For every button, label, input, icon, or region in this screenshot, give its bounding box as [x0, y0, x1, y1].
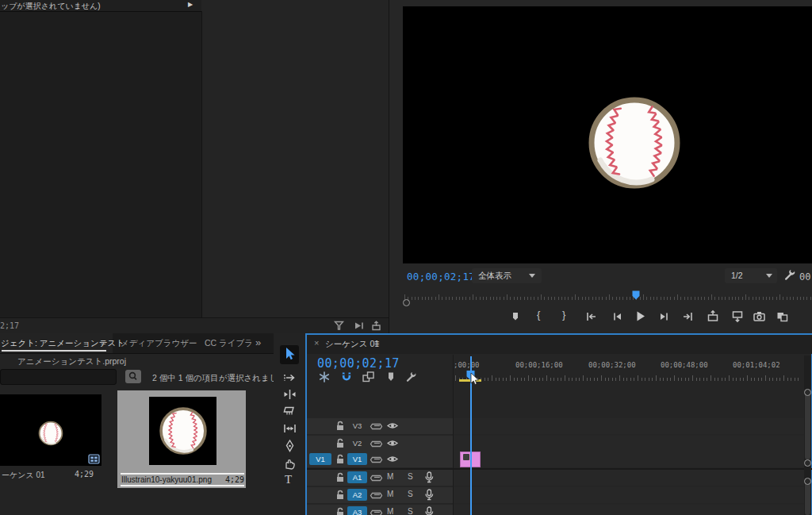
ruler-tick — [507, 294, 508, 300]
monitor-settings-wrench-icon[interactable] — [783, 269, 796, 282]
solo-button[interactable]: S — [408, 472, 413, 481]
sequence-item-label[interactable]: ーケンス 01 — [2, 470, 45, 481]
play-in-to-out-icon[interactable] — [354, 321, 365, 331]
ruler-tick — [735, 297, 736, 300]
play-icon[interactable] — [634, 310, 646, 322]
mark-in-icon[interactable]: { — [537, 309, 540, 321]
mark-out-icon[interactable]: } — [562, 309, 565, 321]
scrollbar-thumb-audio[interactable] — [805, 481, 810, 515]
scrollbar-thumb-video[interactable] — [805, 392, 810, 459]
track-lane[interactable] — [454, 418, 804, 434]
add-marker-icon[interactable] — [385, 371, 396, 382]
go-to-out-icon[interactable] — [682, 311, 694, 322]
solo-button[interactable]: S — [408, 490, 413, 498]
pen-tool[interactable] — [284, 440, 296, 452]
go-to-in-icon[interactable] — [585, 311, 597, 322]
comparison-view-icon[interactable] — [776, 311, 788, 322]
sync-lock-icon[interactable] — [370, 507, 383, 515]
scrollbar-handle[interactable] — [804, 478, 811, 485]
scrollbar-handle[interactable] — [804, 459, 811, 467]
timeline-vertical-scrollbar[interactable] — [804, 356, 811, 515]
project-item-sequence[interactable]: ーケンス 01 4;29 — [0, 389, 111, 504]
razor-tool[interactable] — [283, 405, 296, 417]
expand-arrow-icon[interactable]: ▶ — [188, 1, 193, 8]
hand-tool[interactable] — [284, 457, 296, 470]
add-marker-icon[interactable] — [510, 311, 521, 322]
monitor-mini-ruler[interactable] — [403, 291, 812, 301]
tab-media-browser[interactable]: メディアブラウザー — [121, 338, 197, 349]
sync-lock-icon[interactable] — [370, 490, 383, 502]
search-input[interactable] — [0, 369, 117, 385]
track-lock-icon[interactable] — [335, 454, 348, 467]
panel-menu-icon[interactable]: ≡ — [101, 337, 105, 347]
sync-lock-icon[interactable] — [370, 438, 383, 451]
ripple-edit-tool[interactable] — [283, 389, 297, 400]
export-frame-icon[interactable] — [753, 311, 765, 321]
track-button-v3[interactable]: V3 — [347, 420, 367, 432]
monitor-playhead[interactable] — [631, 290, 641, 301]
fit-dropdown[interactable]: 全体表示 — [472, 268, 542, 283]
snap-magnet-icon[interactable] — [341, 371, 352, 382]
settings-wrench-icon[interactable] — [405, 371, 417, 383]
nest-icon[interactable] — [319, 371, 330, 382]
track-lock-icon[interactable] — [335, 507, 348, 515]
track-lock-icon[interactable] — [335, 421, 348, 433]
track-button-a2[interactable]: A2 — [347, 489, 367, 501]
track-lane[interactable] — [454, 505, 804, 515]
track-button-a1[interactable]: A1 — [347, 471, 367, 483]
export-icon[interactable] — [371, 321, 381, 331]
timeline-ruler[interactable]: ;00;0000;00;16;0000;00;32;0000;00;48;000… — [454, 355, 802, 381]
extract-icon[interactable] — [731, 310, 744, 322]
sync-lock-icon[interactable] — [370, 454, 383, 467]
track-lane[interactable] — [454, 452, 804, 467]
project-item-png[interactable]: Illustrain10-yakyuu01.png 4;29 — [117, 390, 246, 488]
track-lane[interactable] — [454, 470, 804, 486]
mute-button[interactable]: M — [387, 507, 393, 515]
type-tool[interactable]: T — [285, 473, 292, 486]
sync-lock-icon[interactable] — [370, 421, 383, 433]
timeline-tab-label[interactable]: シーケンス 01 — [325, 339, 379, 350]
step-forward-icon[interactable] — [659, 311, 670, 322]
track-button-v1[interactable]: V1 — [347, 453, 367, 465]
voiceover-mic-icon[interactable] — [423, 506, 436, 515]
monitor-zoom-handle[interactable] — [403, 299, 410, 306]
track-lane[interactable] — [454, 487, 804, 503]
mute-button[interactable]: M — [387, 472, 393, 481]
track-select-forward-tool[interactable] — [283, 372, 297, 383]
source-patch-v1[interactable]: V1 — [309, 453, 331, 465]
png-thumbnail[interactable] — [149, 397, 216, 465]
panel-menu-icon[interactable]: ≡ — [374, 338, 379, 348]
sequence-thumbnail[interactable] — [0, 394, 102, 466]
tab-overflow-chevron[interactable]: » — [255, 336, 261, 348]
program-timecode[interactable]: 00;00;02;17 — [407, 271, 475, 282]
track-visibility-eye-icon[interactable] — [387, 438, 400, 451]
track-lock-icon[interactable] — [335, 472, 348, 485]
track-lane[interactable] — [454, 436, 804, 452]
tab-project[interactable]: ジェクト: アニメーションテスト ≡ — [0, 333, 113, 353]
project-file-label[interactable]: アニメーションテスト.prproj — [17, 356, 126, 367]
solo-button[interactable]: S — [408, 507, 413, 515]
linked-selection-icon[interactable] — [362, 371, 375, 382]
track-visibility-eye-icon[interactable] — [387, 421, 400, 433]
track-lock-icon[interactable] — [335, 490, 348, 502]
track-lock-icon[interactable] — [335, 438, 348, 451]
track-visibility-eye-icon[interactable] — [387, 454, 400, 467]
tab-cc-libraries[interactable]: CC ライブラ — [205, 338, 253, 349]
filter-funnel-icon[interactable] — [334, 321, 344, 331]
sync-lock-icon[interactable] — [370, 472, 383, 485]
mute-button[interactable]: M — [387, 490, 393, 498]
search-icon[interactable] — [125, 370, 141, 383]
lift-icon[interactable] — [707, 310, 719, 322]
track-button-v2[interactable]: V2 — [347, 437, 367, 449]
track-button-a3[interactable]: A3 — [347, 506, 367, 515]
voiceover-mic-icon[interactable] — [423, 489, 436, 502]
close-icon[interactable]: × — [314, 338, 319, 348]
voiceover-mic-icon[interactable] — [423, 471, 436, 484]
resolution-dropdown[interactable]: 1/2 — [725, 268, 777, 283]
timeline-timecode[interactable]: 00;00;02;17 — [317, 356, 400, 371]
step-back-icon[interactable] — [611, 311, 622, 322]
slip-tool[interactable] — [283, 423, 297, 434]
selection-tool[interactable] — [280, 345, 299, 364]
png-item-label[interactable]: Illustrain10-yakyuu01.png — [121, 475, 212, 484]
scrollbar-handle[interactable] — [804, 389, 811, 396]
